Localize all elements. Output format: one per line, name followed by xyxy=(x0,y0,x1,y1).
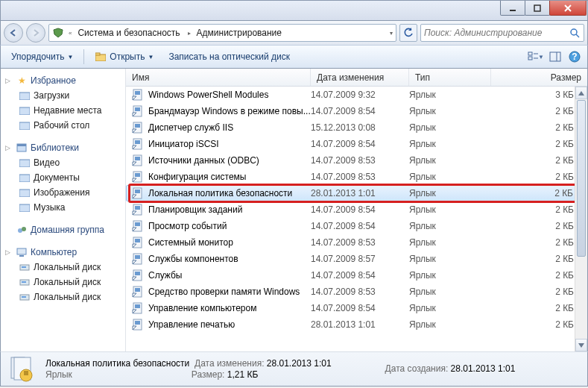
scroll-thumb[interactable] xyxy=(577,100,586,257)
file-row[interactable]: Источники данных (ODBC) 14.07.2009 8:53 … xyxy=(126,152,587,169)
col-date[interactable]: Дата изменения xyxy=(311,69,409,86)
file-row[interactable]: Планировщик заданий 14.07.2009 8:54 Ярлы… xyxy=(126,201,587,218)
file-name: Средство проверки памяти Windows xyxy=(148,287,300,297)
svg-rect-1 xyxy=(534,5,540,11)
chevron-down-icon[interactable]: ▾ xyxy=(390,30,393,37)
file-row[interactable]: Диспетчер служб IIS 15.12.2013 0:08 Ярлы… xyxy=(126,119,587,136)
file-type: Ярлык xyxy=(409,221,491,231)
libraries-icon xyxy=(16,142,28,154)
col-name[interactable]: Имя xyxy=(126,69,311,86)
file-size: 2 КБ xyxy=(491,172,587,182)
folder-icon xyxy=(19,90,31,101)
file-name: Системный монитор xyxy=(148,237,233,248)
svg-line-5 xyxy=(576,34,579,37)
file-name: Планировщик заданий xyxy=(148,204,242,215)
scroll-down-button[interactable] xyxy=(575,339,587,351)
file-row[interactable]: Службы компонентов 14.07.2009 8:57 Ярлык… xyxy=(126,251,587,267)
file-row[interactable]: Локальная политика безопасности 28.01.20… xyxy=(126,185,587,201)
vertical-scrollbar[interactable] xyxy=(575,87,587,351)
file-type: Ярлык xyxy=(409,188,491,198)
file-size: 2 КБ xyxy=(491,139,587,149)
title-bar xyxy=(0,0,588,21)
tree-item[interactable]: Локальный диск xyxy=(1,260,125,275)
chevron-right-icon[interactable]: ▸ xyxy=(188,30,191,37)
close-button[interactable] xyxy=(549,1,587,16)
file-row[interactable]: Windows PowerShell Modules 14.07.2009 9:… xyxy=(126,87,587,103)
refresh-button[interactable] xyxy=(399,24,417,42)
file-row[interactable]: Брандмауэр Windows в режиме повы... 14.0… xyxy=(126,103,587,119)
file-row[interactable]: Просмотр событий 14.07.2009 8:54 Ярлык 2… xyxy=(126,218,587,234)
file-row[interactable]: Инициатор iSCSI 14.07.2009 8:54 Ярлык 2 … xyxy=(126,136,587,152)
file-row[interactable]: Управление компьютером 14.07.2009 8:54 Я… xyxy=(126,300,587,316)
tree-item[interactable]: Локальный диск xyxy=(1,290,125,304)
tree-item[interactable]: Недавние места xyxy=(1,103,125,118)
forward-button[interactable] xyxy=(26,23,45,43)
search-box[interactable] xyxy=(420,24,584,42)
tree-item[interactable]: Изображения xyxy=(1,185,125,200)
col-type[interactable]: Тип xyxy=(409,69,491,86)
tree-item[interactable]: Документы xyxy=(1,170,125,185)
tree-item[interactable]: Рабочий стол xyxy=(1,118,125,133)
chevron-left-icon[interactable]: « xyxy=(69,30,72,37)
shortcut-icon xyxy=(132,171,144,183)
disk-icon xyxy=(19,291,31,303)
toolbar: Упорядочить ▼ Открыть ▼ Записать на опти… xyxy=(0,45,588,69)
tree-libraries[interactable]: ▷Библиотеки xyxy=(1,140,125,155)
tree-computer[interactable]: ▷Компьютер xyxy=(1,245,125,260)
file-rows[interactable]: Windows PowerShell Modules 14.07.2009 9:… xyxy=(126,87,587,351)
organize-button[interactable]: Упорядочить ▼ xyxy=(5,48,79,65)
details-pane: Локальная политика безопасности Дата изм… xyxy=(0,351,588,387)
open-icon xyxy=(95,51,107,63)
content-area: ▷★Избранное ЗагрузкиНедавние местаРабочи… xyxy=(0,69,588,351)
tree-item[interactable]: Музыка xyxy=(1,200,125,215)
help-button[interactable]: ? xyxy=(566,48,583,65)
tree-homegroup[interactable]: Домашняя группа xyxy=(1,222,125,237)
file-row[interactable]: Средство проверки памяти Windows 14.07.2… xyxy=(126,284,587,300)
file-size: 2 КБ xyxy=(491,188,587,198)
file-name: Источники данных (ODBC) xyxy=(148,155,259,166)
minimize-button[interactable] xyxy=(500,1,525,16)
computer-icon xyxy=(16,246,28,258)
breadcrumb-seg1[interactable]: Система и безопасность xyxy=(75,26,183,40)
file-row[interactable]: Службы 14.07.2009 8:54 Ярлык 2 КБ xyxy=(126,267,587,284)
tree-item[interactable]: Локальный диск xyxy=(1,275,125,290)
column-headers[interactable]: Имя Дата изменения Тип Размер xyxy=(126,69,587,87)
file-type: Ярлык xyxy=(409,254,491,264)
preview-pane-button[interactable] xyxy=(547,48,563,65)
col-size[interactable]: Размер xyxy=(491,69,587,86)
svg-rect-50 xyxy=(135,206,140,210)
svg-rect-42 xyxy=(135,140,140,144)
file-name: Управление печатью xyxy=(148,319,235,330)
svg-rect-21 xyxy=(19,160,30,167)
file-row[interactable]: Системный монитор 14.07.2009 8:53 Ярлык … xyxy=(126,234,587,251)
folder-icon xyxy=(19,104,31,116)
library-icon xyxy=(19,201,31,213)
file-name: Диспетчер служб IIS xyxy=(148,122,233,133)
library-icon xyxy=(19,157,31,169)
details-size: 1,21 КБ xyxy=(227,369,259,380)
breadcrumb[interactable]: « Система и безопасность▸ Администрирова… xyxy=(48,24,396,42)
navigation-tree[interactable]: ▷★Избранное ЗагрузкиНедавние местаРабочи… xyxy=(1,69,126,351)
file-name: Инициатор iSCSI xyxy=(148,139,219,149)
open-button[interactable]: Открыть ▼ xyxy=(89,48,159,66)
tree-item[interactable]: Загрузки xyxy=(1,88,125,103)
shortcut-icon xyxy=(132,319,144,331)
svg-rect-40 xyxy=(135,124,140,128)
view-options-button[interactable]: ▼ xyxy=(528,48,544,65)
file-type: Ярлык xyxy=(409,155,491,166)
back-button[interactable] xyxy=(4,23,23,43)
file-row[interactable]: Управление печатью 28.01.2013 1:01 Ярлык… xyxy=(126,316,587,333)
burn-button[interactable]: Записать на оптический диск xyxy=(162,48,296,65)
details-type: Ярлык xyxy=(45,369,72,380)
tree-favorites[interactable]: ▷★Избранное xyxy=(1,73,125,88)
shortcut-icon xyxy=(132,253,144,265)
maximize-button[interactable] xyxy=(525,1,550,16)
file-row[interactable]: Конфигурация системы 14.07.2009 8:53 Ярл… xyxy=(126,169,587,185)
scroll-up-button[interactable] xyxy=(575,87,587,99)
shortcut-icon xyxy=(132,89,144,101)
details-modified: 28.01.2013 1:01 xyxy=(267,358,332,369)
tree-item[interactable]: Видео xyxy=(1,155,125,170)
homegroup-icon xyxy=(16,224,28,236)
breadcrumb-seg2[interactable]: Администрирование xyxy=(194,26,285,40)
search-input[interactable] xyxy=(424,28,566,38)
